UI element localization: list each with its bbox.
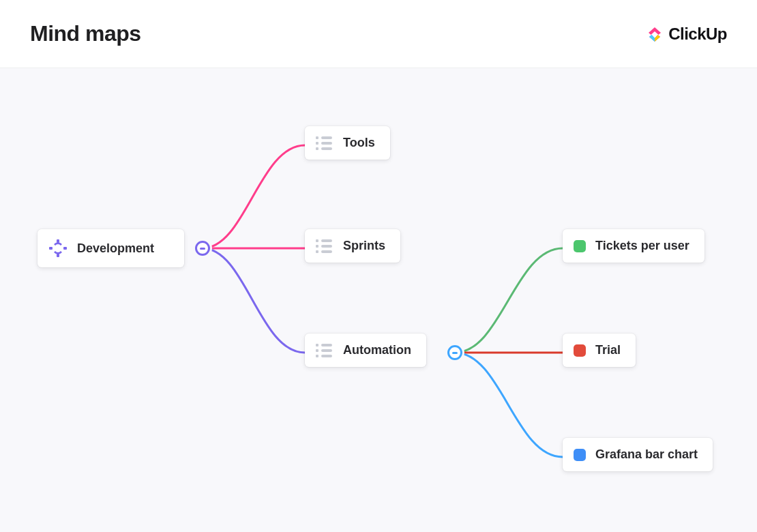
node-tickets-per-user[interactable]: Tickets per user <box>563 229 704 263</box>
node-label: Automation <box>343 343 411 357</box>
list-icon <box>316 136 333 150</box>
collapse-toggle-development[interactable] <box>195 241 210 256</box>
node-grafana-bar-chart[interactable]: Grafana bar chart <box>563 438 713 471</box>
edge-automation-grafana <box>455 353 563 457</box>
globe-icon <box>48 239 68 258</box>
list-icon <box>316 344 333 357</box>
svg-rect-2 <box>49 247 53 250</box>
list-icon <box>316 239 333 253</box>
node-label: Tickets per user <box>595 239 689 253</box>
node-label: Sprints <box>343 239 385 253</box>
status-square-icon <box>574 240 586 252</box>
mindmap-canvas[interactable]: Development Tools Sprints Automation <box>0 68 757 532</box>
brand-name: ClickUp <box>668 25 727 44</box>
clickup-logo-icon <box>645 25 664 44</box>
node-label: Grafana bar chart <box>595 447 698 462</box>
edge-root-tools <box>203 145 305 248</box>
node-development[interactable]: Development <box>38 229 184 267</box>
status-square-icon <box>574 449 586 461</box>
edge-automation-tickets <box>455 248 563 353</box>
node-sprints[interactable]: Sprints <box>305 229 400 263</box>
node-label: Development <box>77 241 154 256</box>
svg-rect-0 <box>57 239 59 243</box>
node-label: Tools <box>343 136 375 150</box>
page-title: Mind maps <box>30 21 141 46</box>
node-tools[interactable]: Tools <box>305 126 390 160</box>
brand-logo[interactable]: ClickUp <box>645 25 727 44</box>
header: Mind maps ClickUp <box>0 0 757 68</box>
collapse-toggle-automation[interactable] <box>447 345 462 360</box>
node-trial[interactable]: Trial <box>563 334 636 367</box>
svg-rect-1 <box>57 254 59 257</box>
edge-root-automation <box>203 248 305 353</box>
svg-rect-3 <box>63 247 67 250</box>
node-automation[interactable]: Automation <box>305 334 426 367</box>
node-label: Trial <box>595 343 621 357</box>
status-square-icon <box>574 344 586 357</box>
